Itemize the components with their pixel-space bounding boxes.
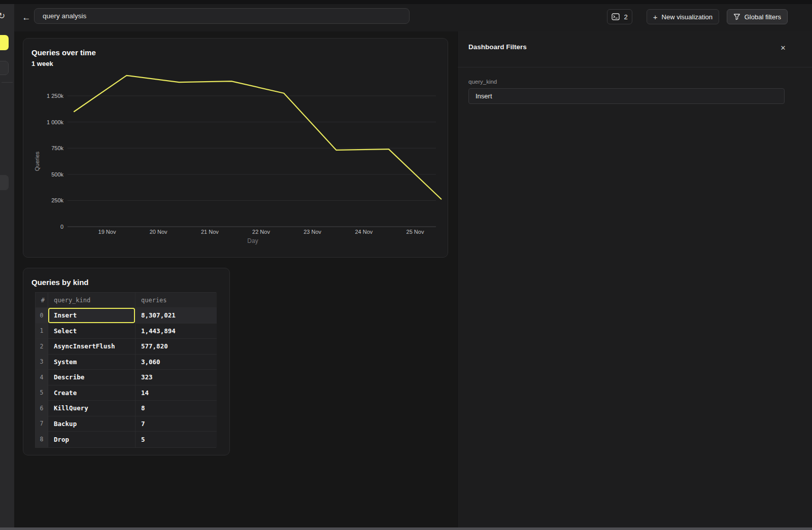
- svg-text:23 Nov: 23 Nov: [303, 229, 321, 235]
- cell-row-index: 6: [36, 401, 48, 416]
- table-row: 6KillQuery8: [36, 401, 216, 416]
- column-header-queries: queries: [135, 293, 217, 308]
- dashboard-app: ↻ ← 2 + New visualization: [0, 0, 812, 530]
- console-count-value: 2: [624, 13, 627, 21]
- table-card: Queries by kind #query_kindqueries0Inser…: [23, 268, 230, 455]
- plus-icon: +: [653, 13, 658, 21]
- cell-queries[interactable]: 8,307,021: [135, 308, 217, 324]
- filters-panel-title: Dashboard Filters: [468, 43, 527, 51]
- svg-text:19 Nov: 19 Nov: [98, 229, 116, 235]
- new-visualization-label: New visualization: [662, 13, 713, 21]
- svg-text:Queries: Queries: [34, 151, 40, 171]
- filter-field-label: query_kind: [468, 79, 497, 85]
- console-count-button[interactable]: 2: [607, 9, 632, 24]
- table-title: Queries by kind: [31, 278, 89, 287]
- sidebar-divider: [2, 82, 13, 83]
- cell-row-index: 0: [36, 308, 48, 324]
- dashboard-filters-panel: Dashboard Filters ✕ query_kind: [457, 31, 812, 530]
- cell-row-index: 3: [36, 355, 48, 370]
- cell-queries[interactable]: 8: [135, 401, 217, 416]
- svg-text:25 Nov: 25 Nov: [407, 229, 424, 235]
- window-bottom-bar: [0, 527, 812, 530]
- cell-row-index: 8: [36, 432, 48, 447]
- table-row: 5Create14: [36, 385, 216, 401]
- svg-text:1 000k: 1 000k: [47, 119, 64, 125]
- column-header-query_kind: query_kind: [48, 293, 135, 308]
- global-filters-button[interactable]: Global filters: [727, 9, 788, 24]
- cell-query-kind[interactable]: KillQuery: [48, 401, 135, 416]
- table-row: 7Backup7: [36, 416, 216, 432]
- svg-text:24 Nov: 24 Nov: [355, 229, 373, 235]
- svg-text:1 250k: 1 250k: [47, 93, 64, 99]
- left-rail: ↻: [0, 4, 14, 530]
- table-row: 3System3,060: [36, 355, 216, 370]
- cell-query-kind[interactable]: Insert: [48, 308, 135, 324]
- svg-text:Day: Day: [247, 237, 258, 244]
- close-icon[interactable]: ✕: [777, 42, 789, 54]
- table-header-row: #query_kindqueries: [36, 293, 216, 308]
- svg-text:0: 0: [60, 224, 63, 230]
- topbar: ← 2 + New visualization Global filters: [14, 4, 812, 31]
- queries-by-kind-table: #query_kindqueries0Insert8,307,0211Selec…: [35, 292, 216, 448]
- cell-queries[interactable]: 3,060: [135, 355, 217, 370]
- cell-queries[interactable]: 577,820: [135, 339, 217, 355]
- table-row: 4Describe323: [36, 370, 216, 385]
- sidebar-item-lower[interactable]: [0, 175, 9, 190]
- chart-card: Queries over time 1 week 0250k500k750k1 …: [23, 38, 448, 258]
- svg-text:500k: 500k: [51, 171, 63, 178]
- cell-query-kind[interactable]: Create: [48, 385, 135, 401]
- main-content: Queries over time 1 week 0250k500k750k1 …: [14, 31, 457, 530]
- table-row: 1Select1,443,894: [36, 324, 216, 339]
- terminal-icon: [612, 13, 620, 20]
- cell-queries[interactable]: 14: [135, 385, 217, 401]
- column-header-index: #: [36, 293, 48, 308]
- refresh-icon[interactable]: ↻: [0, 10, 8, 22]
- global-filters-label: Global filters: [745, 13, 781, 21]
- cell-queries[interactable]: 323: [135, 370, 217, 385]
- table-row: 2AsyncInsertFlush577,820: [36, 339, 216, 355]
- cell-queries[interactable]: 1,443,894: [135, 324, 217, 339]
- cell-row-index: 1: [36, 324, 48, 339]
- cell-query-kind[interactable]: Drop: [48, 432, 135, 447]
- cell-queries[interactable]: 5: [135, 432, 217, 447]
- cell-row-index: 4: [36, 370, 48, 385]
- cell-query-kind[interactable]: System: [48, 355, 135, 370]
- cell-query-kind[interactable]: AsyncInsertFlush: [48, 339, 135, 355]
- query-kind-filter-input[interactable]: [468, 88, 785, 104]
- svg-text:21 Nov: 21 Nov: [201, 229, 219, 235]
- cell-queries[interactable]: 7: [135, 416, 217, 432]
- cell-query-kind[interactable]: Backup: [48, 416, 135, 432]
- svg-text:250k: 250k: [51, 197, 63, 203]
- funnel-icon: [733, 13, 740, 20]
- cell-query-kind[interactable]: Select: [48, 324, 135, 339]
- back-button[interactable]: ←: [20, 11, 33, 24]
- svg-text:20 Nov: 20 Nov: [150, 229, 167, 235]
- table-row: 0Insert8,307,021: [36, 308, 216, 324]
- queries-over-time-chart: 0250k500k750k1 000k1 250kQueries19 Nov20…: [23, 39, 448, 257]
- window-top-strip: [0, 0, 812, 4]
- svg-text:22 Nov: 22 Nov: [252, 229, 270, 235]
- cell-row-index: 7: [36, 416, 48, 432]
- svg-text:750k: 750k: [51, 145, 63, 151]
- new-visualization-button[interactable]: + New visualization: [647, 9, 719, 24]
- sidebar-item-active-dashboard[interactable]: [0, 35, 9, 50]
- cell-row-index: 5: [36, 385, 48, 401]
- sidebar-item-secondary[interactable]: [0, 61, 9, 75]
- cell-query-kind[interactable]: Describe: [48, 370, 135, 385]
- cell-row-index: 2: [36, 339, 48, 355]
- table-row: 8Drop5: [36, 432, 216, 447]
- filters-panel-divider: [458, 67, 812, 67]
- dashboard-title-input[interactable]: [34, 8, 410, 24]
